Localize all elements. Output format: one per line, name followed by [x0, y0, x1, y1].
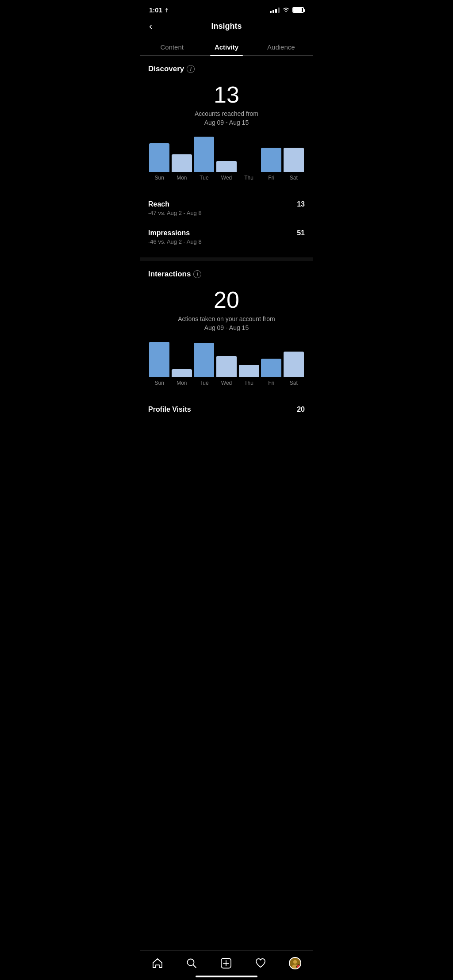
int-bar-thu: Thu — [238, 365, 260, 386]
interactions-title: Interactions i — [148, 270, 305, 279]
impressions-label: Impressions — [148, 229, 190, 237]
discovery-chart: Sun Mon Tue Wed Thu Fri — [148, 137, 305, 181]
svg-point-1 — [285, 11, 286, 11]
int-bar-sat-rect — [284, 352, 304, 377]
int-bar-tue-rect — [194, 343, 214, 377]
bar-sun-rect — [149, 143, 169, 172]
status-time: 1:01 — [149, 6, 169, 14]
status-bar: 1:01 — [140, 0, 313, 17]
interactions-section: Interactions i 20 Actions taken on your … — [140, 261, 313, 398]
int-bar-tue: Tue — [193, 343, 215, 386]
battery-icon — [292, 7, 304, 13]
int-bar-fri: Fri — [260, 359, 283, 386]
bar-wed-rect — [216, 161, 237, 172]
profile-visits-value: 20 — [297, 406, 305, 413]
reach-sub: -47 vs. Aug 2 - Aug 8 — [148, 210, 305, 216]
bar-fri: Fri — [260, 148, 283, 181]
bar-sat-rect — [284, 148, 304, 172]
wifi-icon — [282, 7, 290, 14]
int-bar-sun: Sun — [148, 342, 171, 386]
tabs-bar: Content Activity Audience — [140, 38, 313, 56]
bar-sat: Sat — [282, 148, 305, 181]
tab-audience[interactable]: Audience — [254, 38, 308, 55]
divider-1 — [148, 220, 305, 220]
int-bar-mon-rect — [172, 369, 192, 377]
bar-tue-rect — [194, 137, 214, 172]
discovery-section: Discovery i 13 Accounts reached fromAug … — [140, 56, 313, 193]
time-label: 1:01 — [149, 6, 162, 14]
page-title: Insights — [211, 22, 242, 31]
interactions-subtitle: Actions taken on your account fromAug 09… — [148, 315, 305, 332]
signal-icon — [270, 8, 280, 13]
int-bar-sat: Sat — [282, 352, 305, 386]
int-bar-fri-rect — [261, 359, 281, 377]
header: ‹ Insights — [140, 17, 313, 38]
bar-mon: Mon — [171, 154, 193, 181]
section-divider — [140, 257, 313, 261]
discovery-big-number: 13 — [148, 81, 305, 108]
interactions-chart: Sun Mon Tue Wed Thu Fri — [148, 342, 305, 386]
bar-tue: Tue — [193, 137, 215, 181]
reach-stat: Reach 13 -47 vs. Aug 2 - Aug 8 — [140, 193, 313, 218]
spacer-1 — [140, 247, 313, 257]
discovery-info-icon[interactable]: i — [187, 65, 195, 73]
int-bar-wed-rect — [216, 356, 237, 377]
discovery-title: Discovery i — [148, 65, 305, 73]
int-bar-thu-rect — [239, 365, 259, 377]
discovery-subtitle: Accounts reached fromAug 09 - Aug 15 — [148, 110, 305, 127]
impressions-sub: -46 vs. Aug 2 - Aug 8 — [148, 238, 305, 245]
impressions-stat: Impressions 51 -46 vs. Aug 2 - Aug 8 — [140, 222, 313, 247]
bar-sun: Sun — [148, 143, 171, 181]
location-icon — [164, 8, 169, 13]
bar-thu: Thu — [238, 172, 260, 181]
tab-activity[interactable]: Activity — [199, 38, 253, 55]
back-button[interactable]: ‹ — [149, 21, 152, 32]
status-icons — [270, 7, 304, 14]
impressions-value: 51 — [297, 229, 305, 237]
bar-fri-rect — [261, 148, 281, 172]
int-bar-mon: Mon — [171, 369, 193, 386]
bar-wed: Wed — [215, 161, 238, 181]
reach-label: Reach — [148, 200, 169, 208]
profile-visits-stat: Profile Visits 20 — [140, 398, 313, 415]
tab-content[interactable]: Content — [145, 38, 199, 55]
int-bar-sun-rect — [149, 342, 169, 377]
interactions-info-icon[interactable]: i — [193, 270, 201, 278]
bar-mon-rect — [172, 154, 192, 172]
interactions-big-number: 20 — [148, 287, 305, 313]
int-bar-wed: Wed — [215, 356, 238, 386]
reach-value: 13 — [297, 200, 305, 208]
profile-visits-label: Profile Visits — [148, 406, 191, 413]
